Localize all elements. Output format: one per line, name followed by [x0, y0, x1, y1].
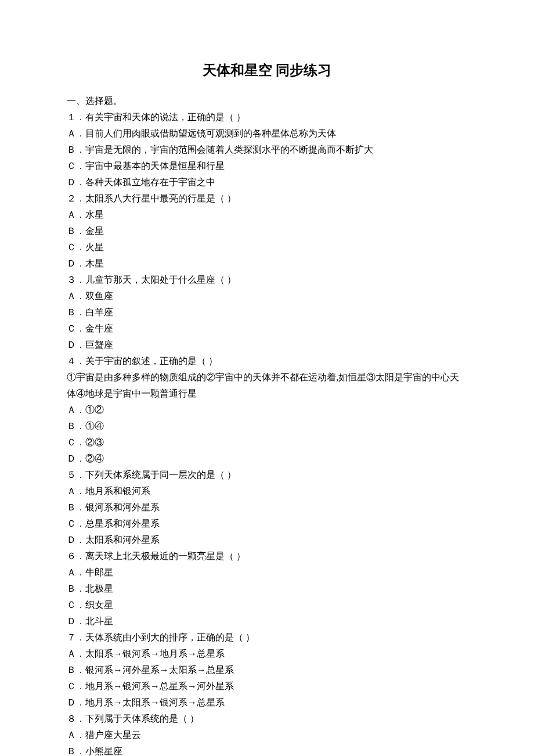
question-option: Ｄ．②④ [67, 451, 467, 467]
section-header: 一、选择题。 [67, 93, 467, 109]
question-option: Ｄ．地月系→太阳系→银河系→总星系 [67, 694, 467, 711]
question-option: Ｂ．金星 [67, 223, 467, 239]
question-option: Ｂ．银河系和河外星系 [67, 499, 467, 516]
question-option: Ｄ．太阳系和河外星系 [67, 532, 467, 548]
question-option: Ａ．地月系和银河系 [67, 483, 467, 499]
question-option: Ｃ．织女星 [67, 597, 467, 613]
question-stem: １．有关宇宙和天体的说法，正确的是（ ） [67, 109, 467, 125]
question-option: Ｂ．银河系→河外星系→太阳系→总星系 [67, 662, 467, 678]
question-option: Ｂ．北极星 [67, 581, 467, 597]
question-option: Ｃ．金牛座 [67, 321, 467, 337]
question-option: Ｂ．小熊星座 [67, 743, 467, 756]
question-option: Ｄ．各种天体孤立地存在于宇宙之中 [67, 174, 467, 190]
question-option: Ａ．水星 [67, 207, 467, 223]
question-stem: ２．太阳系八大行星中最亮的行星是（ ） [67, 190, 467, 207]
questions-container: １．有关宇宙和天体的说法，正确的是（ ）Ａ．目前人们用肉眼或借助望远镜可观测到的… [67, 109, 467, 756]
question-option: Ａ．牛郎星 [67, 564, 467, 581]
question-option: Ｄ．北斗星 [67, 613, 467, 629]
question-option: Ｄ．木星 [67, 255, 467, 272]
question-option: Ｃ．火星 [67, 239, 467, 255]
question-substem: ①宇宙是由多种多样的物质组成的②宇宙中的天体并不都在运动着,如恒星③太阳是宇宙的… [67, 369, 467, 402]
question-stem: ７．天体系统由小到大的排序，正确的是（ ） [67, 629, 467, 646]
question-stem: ３．儿童节那天，太阳处于什么星座（ ） [67, 272, 467, 288]
question-option: Ｃ．②③ [67, 434, 467, 451]
question-stem: ８．下列属于天体系统的是（ ） [67, 711, 467, 727]
question-option: Ｃ．总星系和河外星系 [67, 516, 467, 532]
question-option: Ｂ．宇宙是无限的，宇宙的范围会随着人类探测水平的不断提高而不断扩大 [67, 142, 467, 158]
question-option: Ａ．①② [67, 402, 467, 418]
question-stem: ４．关于宇宙的叙述，正确的是（ ） [67, 353, 467, 369]
question-option: Ａ．猎户座大星云 [67, 727, 467, 743]
page-title: 天体和星空 同步练习 [67, 58, 467, 82]
question-option: Ｂ．白羊座 [67, 304, 467, 321]
question-option: Ｄ．巨蟹座 [67, 337, 467, 353]
question-option: Ｂ．①④ [67, 418, 467, 434]
question-option: Ａ．双鱼座 [67, 288, 467, 304]
question-option: Ｃ．地月系→银河系→总星系→河外星系 [67, 678, 467, 694]
question-option: Ａ．太阳系→银河系→地月系→总星系 [67, 646, 467, 662]
question-option: Ａ．目前人们用肉眼或借助望远镜可观测到的各种星体总称为天体 [67, 125, 467, 142]
question-stem: ５．下列天体系统属于同一层次的是（ ） [67, 467, 467, 483]
question-stem: ６．离天球上北天极最近的一颗亮星是（ ） [67, 548, 467, 564]
question-option: Ｃ．宇宙中最基本的天体是恒星和行星 [67, 158, 467, 174]
